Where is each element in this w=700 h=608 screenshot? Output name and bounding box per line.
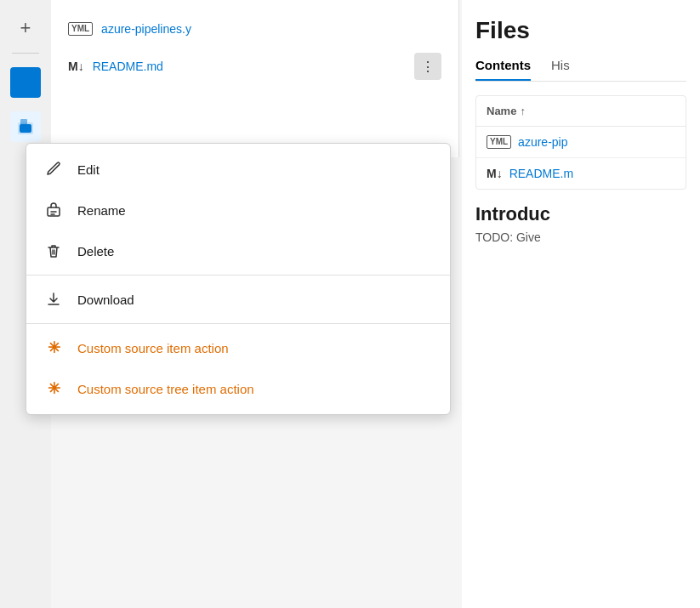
asterisk-icon-2: ✳ bbox=[43, 378, 64, 399]
files-table: Name ↑ YML azure-pip M↓ README.m bbox=[475, 95, 686, 190]
menu-item-custom-source-item[interactable]: ✳ Custom source item action bbox=[26, 327, 450, 368]
context-menu: Edit Rename Delete bbox=[26, 143, 451, 415]
introduce-title: Introduc bbox=[475, 203, 686, 225]
file-name-azure[interactable]: azure-pipelines.y bbox=[101, 22, 441, 36]
sidebar-icon-azure[interactable] bbox=[10, 111, 41, 142]
menu-item-custom-source-tree-label: Custom source tree item action bbox=[77, 382, 254, 396]
sort-icon[interactable]: ↑ bbox=[520, 105, 526, 117]
menu-item-delete-label: Delete bbox=[77, 244, 114, 259]
menu-item-download-label: Download bbox=[77, 293, 134, 307]
right-panel: Files Contents His Name ↑ YML azure-pip … bbox=[462, 0, 700, 608]
tab-contents[interactable]: Contents bbox=[475, 58, 531, 81]
asterisk-icon-1: ✳ bbox=[43, 338, 64, 358]
file-row-readme: M↓ README.md ⋮ bbox=[61, 44, 448, 88]
introduce-section: Introduc TODO: Give bbox=[475, 203, 686, 244]
menu-item-delete[interactable]: Delete bbox=[26, 230, 450, 271]
menu-item-custom-source-item-label: Custom source item action bbox=[77, 341, 229, 355]
files-table-header: Name ↑ bbox=[476, 96, 686, 127]
svg-rect-2 bbox=[20, 124, 31, 133]
menu-divider-2 bbox=[26, 323, 450, 324]
sidebar-divider bbox=[12, 53, 39, 54]
menu-item-rename[interactable]: Rename bbox=[26, 190, 450, 230]
svg-text:✳: ✳ bbox=[48, 380, 60, 397]
table-row-azure[interactable]: YML azure-pip bbox=[476, 127, 686, 158]
readme-filename-table: README.m bbox=[509, 167, 573, 180]
yml-icon-table: YML bbox=[487, 135, 511, 149]
file-row-azure: YML azure-pipelines.y bbox=[61, 14, 448, 44]
yml-icon: YML bbox=[68, 22, 93, 36]
tabs-row: Contents His bbox=[475, 58, 686, 82]
sidebar-icon-blue[interactable] bbox=[10, 67, 41, 98]
rename-icon bbox=[43, 200, 64, 220]
three-dots-button[interactable]: ⋮ bbox=[414, 53, 441, 80]
menu-divider-1 bbox=[26, 275, 450, 276]
azure-filename-table: azure-pip bbox=[518, 135, 567, 149]
name-col-header: Name bbox=[487, 105, 516, 117]
files-title: Files bbox=[475, 17, 686, 44]
md-icon-table: M↓ bbox=[487, 167, 503, 180]
trash-icon bbox=[43, 241, 64, 261]
table-row-readme[interactable]: M↓ README.m bbox=[476, 158, 686, 189]
svg-text:✳: ✳ bbox=[48, 339, 60, 356]
introduce-body: TODO: Give bbox=[475, 230, 686, 244]
menu-item-rename-label: Rename bbox=[77, 203, 126, 218]
download-icon bbox=[43, 289, 64, 310]
md-icon: M↓ bbox=[68, 60, 84, 73]
pencil-icon bbox=[43, 159, 64, 179]
file-name-readme[interactable]: README.md bbox=[93, 60, 406, 73]
menu-item-edit[interactable]: Edit bbox=[26, 149, 450, 190]
menu-item-download[interactable]: Download bbox=[26, 279, 450, 320]
add-button[interactable]: + bbox=[20, 17, 31, 39]
file-list-area: YML azure-pipelines.y M↓ README.md ⋮ bbox=[51, 0, 459, 157]
azure-icon bbox=[16, 117, 35, 136]
menu-item-custom-source-tree[interactable]: ✳ Custom source tree item action bbox=[26, 368, 450, 409]
menu-item-edit-label: Edit bbox=[77, 162, 100, 177]
tab-history[interactable]: His bbox=[551, 58, 570, 81]
